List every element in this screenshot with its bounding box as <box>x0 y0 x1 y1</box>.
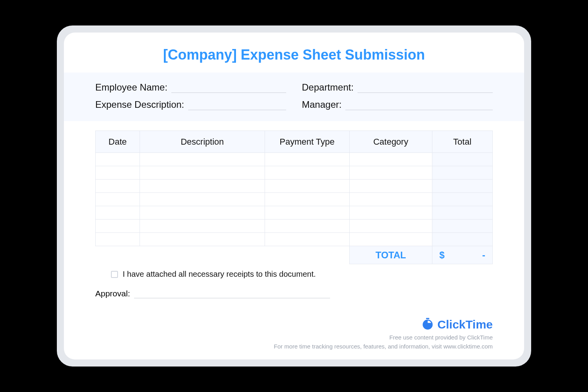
table-row <box>96 180 493 193</box>
input-expense-description[interactable] <box>188 102 286 110</box>
table-row <box>96 153 493 166</box>
cell-category[interactable] <box>349 206 432 220</box>
cell-description[interactable] <box>140 206 265 220</box>
expense-table-container: Date Description Payment Type Category T… <box>64 121 524 264</box>
label-expense-description: Expense Description: <box>95 99 184 110</box>
cell-date[interactable] <box>96 233 140 246</box>
receipt-text: I have attached all necessary receipts t… <box>123 270 316 279</box>
svg-rect-0 <box>426 318 430 319</box>
approval-label: Approval: <box>95 289 130 298</box>
cell-payment-type[interactable] <box>265 233 349 246</box>
approval-signature-line[interactable] <box>134 290 330 298</box>
label-department: Department: <box>302 82 354 93</box>
table-row <box>96 233 493 246</box>
cell-description[interactable] <box>140 220 265 233</box>
total-currency: $ <box>439 250 445 261</box>
total-label: TOTAL <box>349 246 432 264</box>
table-row <box>96 220 493 233</box>
cell-category[interactable] <box>349 233 432 246</box>
cell-date[interactable] <box>96 153 140 166</box>
table-row <box>96 206 493 220</box>
credit-line-1: Free use content provided by ClickTime <box>274 333 493 342</box>
cell-payment-type[interactable] <box>265 153 349 166</box>
header-payment-type: Payment Type <box>265 131 349 153</box>
field-employee-name: Employee Name: <box>95 82 286 93</box>
table-header-row: Date Description Payment Type Category T… <box>96 131 493 153</box>
field-department: Department: <box>302 82 493 93</box>
cell-category[interactable] <box>349 220 432 233</box>
cell-date[interactable] <box>96 180 140 193</box>
cell-total[interactable] <box>432 153 492 166</box>
cell-payment-type[interactable] <box>265 193 349 206</box>
input-manager[interactable] <box>345 102 493 110</box>
brand-name: ClickTime <box>437 318 493 331</box>
table-total-row: TOTAL $ - <box>96 246 493 264</box>
table-row <box>96 166 493 180</box>
stopwatch-icon <box>421 318 434 331</box>
cell-payment-type[interactable] <box>265 166 349 180</box>
receipt-checkbox[interactable] <box>111 271 118 278</box>
device-frame: [Company] Expense Sheet Submission Emplo… <box>57 25 531 367</box>
cell-payment-type[interactable] <box>265 180 349 193</box>
cell-date[interactable] <box>96 193 140 206</box>
expense-table: Date Description Payment Type Category T… <box>95 131 493 264</box>
clicktime-logo: ClickTime <box>421 318 493 331</box>
field-manager: Manager: <box>302 99 493 110</box>
cell-date[interactable] <box>96 166 140 180</box>
receipt-confirmation: I have attached all necessary receipts t… <box>64 264 524 279</box>
cell-total[interactable] <box>432 220 492 233</box>
input-employee-name[interactable] <box>171 84 286 93</box>
cell-total[interactable] <box>432 180 492 193</box>
credit-line-2: For more time tracking resources, featur… <box>274 342 493 351</box>
header-date: Date <box>96 131 140 153</box>
cell-category[interactable] <box>349 193 432 206</box>
cell-category[interactable] <box>349 180 432 193</box>
header-description: Description <box>140 131 265 153</box>
cell-description[interactable] <box>140 180 265 193</box>
label-manager: Manager: <box>302 99 341 110</box>
header-category: Category <box>349 131 432 153</box>
cell-total[interactable] <box>432 206 492 220</box>
cell-payment-type[interactable] <box>265 220 349 233</box>
cell-description[interactable] <box>140 166 265 180</box>
cell-description[interactable] <box>140 233 265 246</box>
approval-section: Approval: <box>64 279 524 298</box>
total-value: - <box>482 250 485 261</box>
total-amount: $ - <box>432 246 492 264</box>
cell-category[interactable] <box>349 166 432 180</box>
cell-description[interactable] <box>140 193 265 206</box>
page-title: [Company] Expense Sheet Submission <box>64 47 524 63</box>
expense-sheet: [Company] Expense Sheet Submission Emplo… <box>64 33 524 359</box>
label-employee-name: Employee Name: <box>95 82 167 93</box>
cell-payment-type[interactable] <box>265 206 349 220</box>
employee-info-section: Employee Name: Department: Expense Descr… <box>64 73 524 121</box>
credits: Free use content provided by ClickTime F… <box>274 333 493 351</box>
cell-date[interactable] <box>96 220 140 233</box>
field-expense-description: Expense Description: <box>95 99 286 110</box>
cell-date[interactable] <box>96 206 140 220</box>
cell-total[interactable] <box>432 166 492 180</box>
table-row <box>96 193 493 206</box>
header-total: Total <box>432 131 492 153</box>
cell-total[interactable] <box>432 233 492 246</box>
cell-description[interactable] <box>140 153 265 166</box>
cell-category[interactable] <box>349 153 432 166</box>
cell-total[interactable] <box>432 193 492 206</box>
input-department[interactable] <box>358 84 493 93</box>
